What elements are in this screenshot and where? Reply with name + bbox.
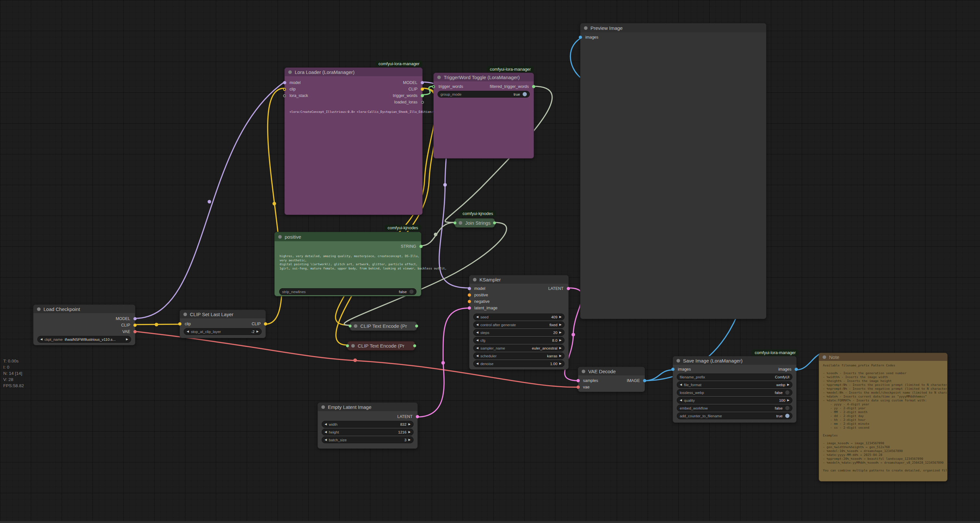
next-arrow-icon[interactable]: ▶ xyxy=(408,438,410,441)
note-text[interactable]: Available filename_prefix Pattern Codes … xyxy=(823,363,947,479)
collapse-dot-icon[interactable] xyxy=(584,26,587,30)
prev-arrow-icon[interactable]: ◀ xyxy=(40,338,43,341)
collapse-dot-icon[interactable] xyxy=(582,369,585,373)
collapse-dot-icon[interactable] xyxy=(278,235,282,239)
collapse-dot-icon[interactable] xyxy=(822,355,826,359)
input-port-samples[interactable] xyxy=(576,379,580,382)
node-header[interactable]: Lora Loader (LoraManager) xyxy=(285,68,422,76)
node-ksampler[interactable]: KSampler modelLATENT positive negative l… xyxy=(469,275,569,369)
input-port-vae[interactable] xyxy=(576,385,580,389)
prev-arrow-icon[interactable]: ◀ xyxy=(476,362,479,365)
collapse-dot-icon[interactable] xyxy=(354,324,357,328)
toggle-knob[interactable] xyxy=(785,414,789,418)
input-port-positive[interactable] xyxy=(468,293,471,297)
output-port-vae[interactable] xyxy=(134,330,137,333)
collapse-dot-icon[interactable] xyxy=(437,76,441,79)
node-header[interactable]: Load Checkpoint xyxy=(33,305,135,313)
next-arrow-icon[interactable]: ▶ xyxy=(559,362,562,365)
node-note[interactable]: Note Available filename_prefix Pattern C… xyxy=(819,353,948,482)
input-port-negative[interactable] xyxy=(468,300,471,303)
widget-steps[interactable]: ◀steps20▶ xyxy=(473,329,565,336)
prev-arrow-icon[interactable]: ◀ xyxy=(476,339,479,342)
collapse-dot-icon[interactable] xyxy=(37,307,41,311)
widget-group-mode[interactable]: group_mode true xyxy=(438,91,530,98)
prev-arrow-icon[interactable]: ◀ xyxy=(187,330,189,333)
lora-syntax-text[interactable]: <lora:CreateConcept_Illustrious:0.8> <lo… xyxy=(290,110,441,114)
widget-width[interactable]: ◀width832▶ xyxy=(322,421,414,428)
node-header[interactable]: VAE Decode xyxy=(578,367,645,376)
node-header[interactable]: positive xyxy=(275,232,421,241)
output-port[interactable] xyxy=(493,222,496,224)
prompt-textarea[interactable]: highres, very detailed, amazing quality,… xyxy=(280,254,447,270)
input-port-latent-image[interactable] xyxy=(468,306,471,310)
output-port-filtered[interactable] xyxy=(532,85,535,88)
widget-control-after-generate[interactable]: ◀control after generatefixed▶ xyxy=(473,321,565,328)
output-port[interactable] xyxy=(413,344,416,347)
next-arrow-icon[interactable]: ▶ xyxy=(559,323,562,326)
comfyui-canvas[interactable]: Load Checkpoint MODEL CLIP VAE ◀ ckpt_na… xyxy=(0,0,980,523)
node-triggerword-toggle[interactable]: TriggerWord Toggle (LoraManager) trigger… xyxy=(433,73,534,158)
widget-scheduler[interactable]: ◀schedulerkarras▶ xyxy=(473,352,565,359)
toggle-knob[interactable] xyxy=(523,92,527,96)
next-arrow-icon[interactable]: ▶ xyxy=(256,330,259,333)
node-header[interactable]: TriggerWord Toggle (LoraManager) xyxy=(434,73,534,81)
collapse-dot-icon[interactable] xyxy=(473,278,477,281)
output-port-images[interactable] xyxy=(795,368,798,371)
collapse-dot-icon[interactable] xyxy=(321,405,325,409)
next-arrow-icon[interactable]: ▶ xyxy=(559,354,562,357)
input-port-images[interactable] xyxy=(671,368,675,371)
prev-arrow-icon[interactable]: ◀ xyxy=(680,383,682,386)
next-arrow-icon[interactable]: ▶ xyxy=(559,331,562,334)
node-join-strings[interactable]: Join Strings xyxy=(455,218,495,228)
prev-arrow-icon[interactable]: ◀ xyxy=(476,354,479,357)
output-port-trigger-words[interactable] xyxy=(421,94,424,97)
output-port-loaded-loras[interactable] xyxy=(421,101,424,104)
input-port-lora-stack[interactable] xyxy=(283,94,286,97)
next-arrow-icon[interactable]: ▶ xyxy=(559,347,562,350)
output-port-image[interactable] xyxy=(643,379,646,382)
next-arrow-icon[interactable]: ▶ xyxy=(559,339,562,342)
input-port[interactable] xyxy=(453,222,457,224)
next-arrow-icon[interactable]: ▶ xyxy=(559,315,562,319)
widget-quality[interactable]: ◀quality100▶ xyxy=(677,397,792,404)
widget-add-counter[interactable]: add_counter_to_filenametrue xyxy=(677,412,792,419)
output-port-clip[interactable] xyxy=(134,323,137,327)
toggle-knob[interactable] xyxy=(785,390,789,395)
toggle-knob[interactable] xyxy=(785,406,789,410)
node-header[interactable]: KSampler xyxy=(469,275,568,284)
node-clip-text-encode-negative[interactable]: CLIP Text Encode (Pr xyxy=(347,341,415,350)
node-load-checkpoint[interactable]: Load Checkpoint MODEL CLIP VAE ◀ ckpt_na… xyxy=(33,304,135,345)
widget-denoise[interactable]: ◀denoise1.00▶ xyxy=(473,360,565,367)
node-lora-loader[interactable]: Lora Loader (LoraManager) modelMODEL cli… xyxy=(284,67,423,215)
widget-stop-at-clip-layer[interactable]: ◀ stop_at_clip_layer -2 ▶ xyxy=(184,328,262,335)
node-header[interactable]: Save Image (LoraManager) xyxy=(673,357,796,365)
output-port-latent[interactable] xyxy=(567,287,570,290)
prev-arrow-icon[interactable]: ◀ xyxy=(476,315,479,319)
prev-arrow-icon[interactable]: ◀ xyxy=(476,331,479,334)
node-header[interactable]: Note xyxy=(819,353,947,361)
prev-arrow-icon[interactable]: ◀ xyxy=(476,347,479,350)
prev-arrow-icon[interactable]: ◀ xyxy=(680,399,682,402)
output-port-clip[interactable] xyxy=(421,87,424,91)
widget-cfg[interactable]: ◀cfg8.0▶ xyxy=(473,337,565,344)
node-positive-prompt[interactable]: positive STRING highres, very detailed, … xyxy=(274,232,422,296)
next-arrow-icon[interactable]: ▶ xyxy=(408,431,410,434)
widget-batch-size[interactable]: ◀batch_size3▶ xyxy=(322,436,414,443)
node-clip-text-encode-positive[interactable]: CLIP Text Encode (Pr xyxy=(350,321,417,331)
input-port-clip[interactable] xyxy=(283,88,286,91)
input-port-clip[interactable] xyxy=(178,322,181,325)
widget-embed-workflow[interactable]: embed_workflowfalse xyxy=(677,405,792,412)
widget-strip-newlines[interactable]: strip_newlines false xyxy=(279,288,417,295)
output-port-model[interactable] xyxy=(134,317,137,320)
output-port-string[interactable] xyxy=(419,245,423,248)
node-preview-image[interactable]: Preview Image images xyxy=(580,23,767,319)
input-port-images[interactable] xyxy=(579,36,582,39)
collapse-dot-icon[interactable] xyxy=(676,359,680,363)
next-arrow-icon[interactable]: ▶ xyxy=(408,423,410,426)
node-save-image[interactable]: Save Image (LoraManager) imagesimages fi… xyxy=(673,356,797,423)
output-port-latent[interactable] xyxy=(416,415,419,418)
input-port[interactable] xyxy=(346,344,349,347)
widget-ckpt-name[interactable]: ◀ ckpt_name il\waiNSFWIllustrious_v110.s… xyxy=(37,336,131,343)
output-port[interactable] xyxy=(415,325,418,328)
output-port-clip[interactable] xyxy=(264,322,267,325)
